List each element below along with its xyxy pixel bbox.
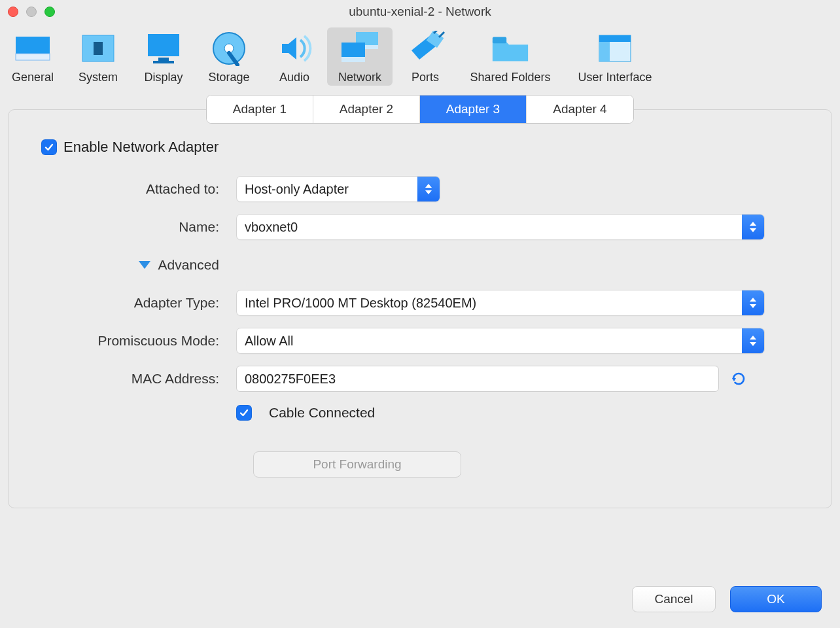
cable-connected-checkbox[interactable] <box>236 405 252 421</box>
toolbar-item-system[interactable]: System <box>65 27 131 86</box>
cable-row: Cable Connected <box>31 398 809 428</box>
general-icon <box>12 30 53 67</box>
svg-marker-9 <box>282 37 296 60</box>
toolbar-label: Storage <box>208 71 249 84</box>
enable-adapter-label: Enable Network Adapter <box>63 139 219 156</box>
svg-rect-3 <box>94 42 103 55</box>
advanced-row: Advanced <box>31 246 809 284</box>
minimize-window-button[interactable] <box>26 7 37 17</box>
adapter-type-value: Intel PRO/1000 MT Desktop (82540EM) <box>237 290 742 315</box>
svg-rect-21 <box>599 42 610 61</box>
tab-adapter-3[interactable]: Adapter 3 <box>420 96 527 123</box>
window-title: ubuntu-xenial-2 - Network <box>0 5 840 19</box>
ok-button[interactable]: OK <box>730 586 822 612</box>
adapter-tabs-wrap: Adapter 1 Adapter 2 Adapter 3 Adapter 4 <box>0 95 840 124</box>
toolbar-item-general[interactable]: General <box>0 27 65 86</box>
ports-icon <box>405 30 446 67</box>
adapter-type-label: Adapter Type: <box>31 295 236 311</box>
advanced-label: Advanced <box>158 257 219 273</box>
audio-icon <box>274 30 315 67</box>
system-icon <box>78 30 118 67</box>
attached-to-label: Attached to: <box>31 181 236 197</box>
select-stepper-icon <box>742 328 764 353</box>
tab-adapter-4[interactable]: Adapter 4 <box>527 96 633 123</box>
toolbar-label: User Interface <box>578 71 652 84</box>
toolbar-label: General <box>12 71 54 84</box>
toolbar-label: Ports <box>411 71 439 84</box>
cable-connected-label: Cable Connected <box>269 405 375 421</box>
toolbar-label: Audio <box>279 71 309 84</box>
toolbar-label: System <box>79 71 118 84</box>
enable-adapter-checkbox[interactable] <box>41 139 57 155</box>
svg-rect-20 <box>599 35 631 42</box>
toolbar-item-shared-folders[interactable]: Shared Folders <box>458 27 563 86</box>
name-label: Name: <box>31 219 236 235</box>
mac-label: MAC Address: <box>31 371 236 387</box>
disclosure-triangle-icon <box>139 261 150 269</box>
settings-toolbar: General System Display <box>0 24 840 95</box>
titlebar: ubuntu-xenial-2 - Network <box>0 0 840 24</box>
promiscuous-select[interactable]: Allow All <box>236 328 765 354</box>
svg-rect-13 <box>341 57 365 62</box>
promiscuous-label: Promiscuous Mode: <box>31 333 236 349</box>
mac-row: MAC Address: <box>31 360 809 398</box>
svg-rect-6 <box>153 61 174 63</box>
network-panel: Enable Network Adapter Attached to: Host… <box>8 109 832 508</box>
name-value: vboxnet0 <box>237 215 742 239</box>
port-forwarding-row: Port Forwarding <box>31 451 809 478</box>
toolbar-item-storage[interactable]: Storage <box>196 27 262 86</box>
cancel-button[interactable]: Cancel <box>632 586 716 612</box>
promiscuous-value: Allow All <box>237 328 742 353</box>
folder-icon <box>490 30 531 67</box>
tab-adapter-2[interactable]: Adapter 2 <box>313 96 420 123</box>
toolbar-label: Display <box>144 71 183 84</box>
svg-marker-22 <box>732 378 736 381</box>
window-controls <box>8 7 55 17</box>
adapter-type-row: Adapter Type: Intel PRO/1000 MT Desktop … <box>31 284 809 322</box>
svg-rect-4 <box>148 34 179 56</box>
select-stepper-icon <box>742 290 764 315</box>
refresh-mac-button[interactable] <box>729 370 748 388</box>
zoom-window-button[interactable] <box>44 7 55 17</box>
toolbar-label: Network <box>338 71 381 84</box>
toolbar-item-network[interactable]: Network <box>327 27 393 86</box>
svg-rect-1 <box>16 54 50 60</box>
advanced-disclosure[interactable]: Advanced <box>31 257 236 273</box>
promiscuous-row: Promiscuous Mode: Allow All <box>31 322 809 360</box>
attached-to-value: Host-only Adapter <box>237 177 417 201</box>
mac-input[interactable] <box>236 366 719 392</box>
svg-line-17 <box>439 32 444 37</box>
svg-rect-18 <box>493 37 506 44</box>
enable-adapter-row: Enable Network Adapter <box>31 139 809 156</box>
svg-rect-5 <box>158 58 169 61</box>
toolbar-item-user-interface[interactable]: User Interface <box>563 27 667 86</box>
toolbar-item-display[interactable]: Display <box>131 27 196 86</box>
dialog-buttons: Cancel OK <box>0 586 840 612</box>
attached-to-row: Attached to: Host-only Adapter <box>31 170 809 208</box>
name-row: Name: vboxnet0 <box>31 208 809 246</box>
display-icon <box>143 30 184 67</box>
toolbar-label: Shared Folders <box>470 71 550 84</box>
attached-to-select[interactable]: Host-only Adapter <box>236 176 440 202</box>
storage-icon <box>209 30 249 67</box>
select-stepper-icon <box>417 177 440 201</box>
close-window-button[interactable] <box>8 7 18 17</box>
adapter-type-select[interactable]: Intel PRO/1000 MT Desktop (82540EM) <box>236 290 765 316</box>
network-icon <box>336 30 383 67</box>
name-select[interactable]: vboxnet0 <box>236 214 765 240</box>
svg-line-16 <box>434 31 439 33</box>
adapter-tabs: Adapter 1 Adapter 2 Adapter 3 Adapter 4 <box>206 95 634 124</box>
tab-adapter-1[interactable]: Adapter 1 <box>207 96 313 123</box>
port-forwarding-button[interactable]: Port Forwarding <box>253 451 461 478</box>
ui-icon <box>595 30 635 67</box>
select-stepper-icon <box>742 215 764 239</box>
toolbar-item-ports[interactable]: Ports <box>393 27 458 86</box>
toolbar-item-audio[interactable]: Audio <box>262 27 327 86</box>
